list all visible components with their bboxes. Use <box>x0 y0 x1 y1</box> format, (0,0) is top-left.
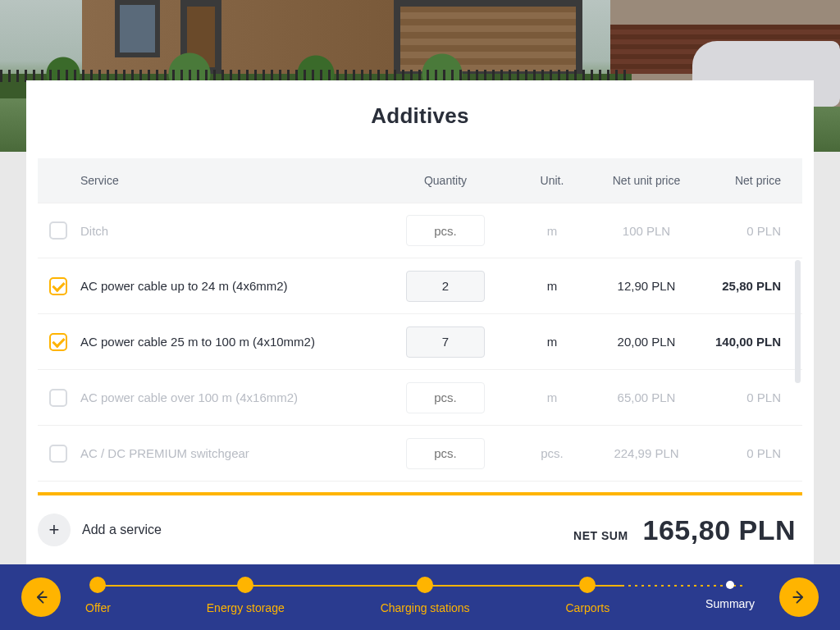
step-label: Charging stations <box>381 601 470 614</box>
table-row: Ditch m 100 PLN 0 PLN <box>38 203 802 258</box>
quantity-input[interactable] <box>406 215 485 246</box>
quantity-input[interactable] <box>406 326 485 358</box>
step-dot-icon <box>579 577 596 593</box>
unit-price: 224,99 PLN <box>597 446 696 460</box>
service-name: AC power cable 25 m to 100 m (4x10mm2) <box>80 335 315 349</box>
add-service-label: Add a service <box>82 523 162 537</box>
unit: m <box>507 279 597 293</box>
step-label: Energy storage <box>207 601 285 614</box>
net-sum-value: 165,80 PLN <box>643 514 796 546</box>
service-name: AC power cable up to 24 m (4x6mm2) <box>80 279 288 293</box>
step-dot-icon <box>89 577 106 593</box>
scrollbar-thumb[interactable] <box>795 260 801 383</box>
orange-divider <box>38 492 802 495</box>
net-price: 25,80 PLN <box>696 279 802 293</box>
row-checkbox[interactable] <box>49 333 67 351</box>
arrow-left-icon <box>33 589 49 605</box>
unit-price: 65,00 PLN <box>597 390 696 404</box>
row-checkbox[interactable] <box>49 389 67 407</box>
table-row: AC power cable 25 m to 100 m (4x10mm2) m… <box>38 314 802 370</box>
step-energy-storage[interactable]: Energy storage <box>207 577 285 614</box>
header-unit: Unit. <box>507 174 597 187</box>
next-button[interactable] <box>779 578 819 617</box>
header-quantity: Quantity <box>384 174 507 187</box>
unit-price: 100 PLN <box>597 224 696 238</box>
table-body: Ditch m 100 PLN 0 PLN AC power cable up … <box>38 203 802 482</box>
table-row: AC power cable over 100 m (4x16mm2) m 65… <box>38 370 802 426</box>
net-price: 0 PLN <box>696 390 802 404</box>
row-checkbox[interactable] <box>49 221 67 240</box>
step-dot-icon <box>726 581 734 589</box>
steps-track: Offer Energy storage Charging stations C… <box>85 577 755 618</box>
unit-price: 20,00 PLN <box>597 335 696 349</box>
unit: m <box>507 224 597 238</box>
stepper-nav: Offer Energy storage Charging stations C… <box>0 564 840 630</box>
service-name: AC power cable over 100 m (4x16mm2) <box>80 390 298 404</box>
step-charging-stations[interactable]: Charging stations <box>381 577 470 614</box>
unit: pcs. <box>507 446 597 460</box>
additives-table: Service Quantity Unit. Net unit price Ne… <box>26 158 814 482</box>
unit: m <box>507 390 597 404</box>
service-name: AC / DC PREMIUM switchgear <box>80 446 249 460</box>
net-price: 140,00 PLN <box>696 335 802 349</box>
step-label: Summary <box>705 597 755 610</box>
row-checkbox[interactable] <box>49 277 67 295</box>
unit-price: 12,90 PLN <box>597 279 696 293</box>
net-price: 0 PLN <box>696 224 802 238</box>
plus-icon: + <box>38 514 71 546</box>
step-offer[interactable]: Offer <box>85 577 111 614</box>
card-footer: + Add a service NET SUM 165,80 PLN <box>38 514 796 546</box>
quantity-input[interactable] <box>406 382 485 413</box>
net-sum-label: NET SUM <box>573 529 628 542</box>
header-unit-price: Net unit price <box>597 174 696 188</box>
quantity-input[interactable] <box>406 271 485 302</box>
page-title: Additives <box>26 103 814 129</box>
step-carports[interactable]: Carports <box>566 577 610 614</box>
quantity-input[interactable] <box>406 438 485 469</box>
table-header-row: Service Quantity Unit. Net unit price Ne… <box>38 158 802 203</box>
step-dot-icon <box>237 577 253 593</box>
step-dot-icon <box>417 577 433 593</box>
service-name: Ditch <box>80 224 108 238</box>
step-label: Offer <box>85 601 111 614</box>
prev-button[interactable] <box>21 578 61 617</box>
net-price: 0 PLN <box>696 446 802 460</box>
arrow-right-icon <box>791 589 807 605</box>
row-checkbox[interactable] <box>49 445 67 463</box>
unit: m <box>507 335 597 349</box>
header-service: Service <box>80 174 384 187</box>
step-label: Carports <box>566 601 610 614</box>
header-net-price: Net price <box>696 174 802 187</box>
table-row: AC power cable up to 24 m (4x6mm2) m 12,… <box>38 258 802 314</box>
additives-card: Additives Service Quantity Unit. Net uni… <box>26 80 814 564</box>
step-summary[interactable]: Summary <box>705 577 755 614</box>
add-service-button[interactable]: + Add a service <box>38 514 162 546</box>
net-sum: NET SUM 165,80 PLN <box>573 514 796 546</box>
table-row: AC / DC PREMIUM switchgear pcs. 224,99 P… <box>38 426 802 482</box>
